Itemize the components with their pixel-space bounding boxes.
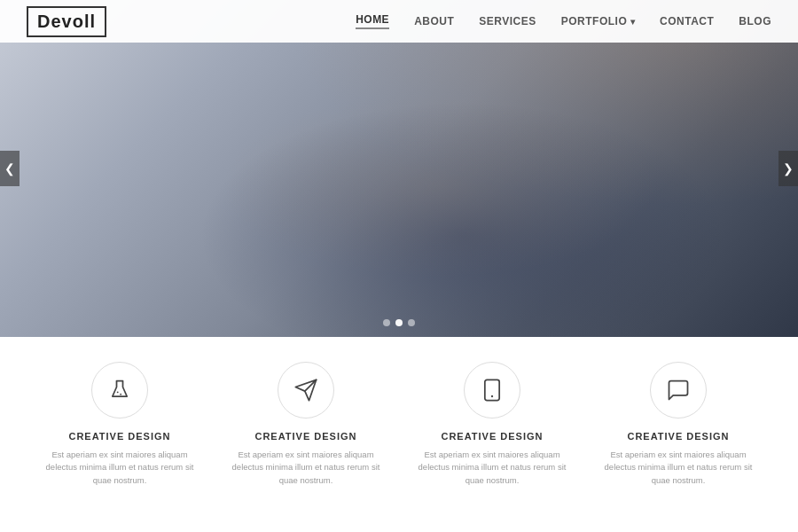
send-icon (293, 378, 318, 403)
feature-2-title: CREATIVE DESIGN (254, 431, 356, 442)
feature-2-icon-circle (278, 362, 334, 419)
dot-1[interactable] (383, 319, 390, 326)
feature-3-title: CREATIVE DESIGN (441, 431, 543, 442)
logo[interactable]: Devoll (27, 6, 106, 37)
feature-4-icon-circle (650, 362, 707, 419)
feature-1: CREATIVE DESIGN Est aperiam ex sint maio… (27, 362, 213, 487)
prev-arrow[interactable]: ❮ (0, 151, 20, 186)
feature-4: CREATIVE DESIGN Est aperiam ex sint maio… (585, 362, 771, 487)
flask-icon (107, 378, 132, 403)
nav-item-contact[interactable]: CONTACT (660, 15, 714, 27)
feature-1-title: CREATIVE DESIGN (68, 431, 170, 442)
feature-1-icon-circle (91, 362, 148, 419)
nav-item-portfolio[interactable]: PORTFOLIO (561, 15, 635, 27)
feature-2-desc: Est aperiam ex sint maiores aliquam dele… (226, 449, 386, 487)
feature-3-icon-circle (464, 362, 520, 419)
svg-point-0 (117, 391, 119, 393)
feature-3-desc: Est aperiam ex sint maiores aliquam dele… (412, 449, 572, 487)
feature-4-desc: Est aperiam ex sint maiores aliquam dele… (598, 449, 758, 487)
feature-4-title: CREATIVE DESIGN (627, 431, 729, 442)
tablet-icon (480, 378, 505, 403)
feature-3: CREATIVE DESIGN Est aperiam ex sint maio… (399, 362, 585, 487)
header: Devoll HOMEABOUTSERVICESPORTFOLIOCONTACT… (0, 0, 798, 43)
carousel-dots (383, 319, 415, 326)
feature-1-desc: Est aperiam ex sint maiores aliquam dele… (40, 449, 200, 487)
hero-background (0, 0, 798, 337)
next-arrow[interactable]: ❯ (778, 151, 798, 186)
chat-icon (666, 378, 691, 403)
dot-3[interactable] (408, 319, 415, 326)
feature-2: CREATIVE DESIGN Est aperiam ex sint maio… (213, 362, 399, 487)
features-section: CREATIVE DESIGN Est aperiam ex sint maio… (0, 337, 798, 532)
nav-item-home[interactable]: HOME (356, 13, 389, 29)
nav-item-services[interactable]: SERVICES (479, 15, 536, 27)
hero-section: ❮ ❯ (0, 0, 798, 337)
nav-item-blog[interactable]: BLOG (739, 15, 771, 27)
nav-item-about[interactable]: ABOUT (414, 15, 454, 27)
svg-point-1 (120, 394, 121, 395)
nav: HOMEABOUTSERVICESPORTFOLIOCONTACTBLOG (356, 13, 771, 29)
dot-2[interactable] (395, 319, 403, 326)
